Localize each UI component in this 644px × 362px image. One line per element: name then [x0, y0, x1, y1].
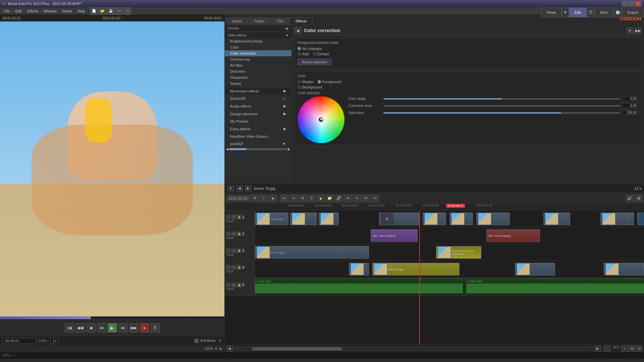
menu-file[interactable]: File — [1, 8, 13, 14]
menu-transport-btn[interactable]: ☰ — [151, 323, 160, 333]
mode-news-dropdown[interactable]: ▼ — [562, 7, 569, 17]
clip-4-4[interactable] — [604, 263, 644, 276]
tab-title[interactable]: Title — [271, 17, 289, 24]
tab-fades[interactable]: Fades — [249, 17, 270, 24]
track-content-3[interactable]: Scene 1.jpg Scene 19.jpg Color correctio… — [255, 244, 644, 260]
tl-text-btn[interactable]: T — [308, 195, 316, 202]
clip-4-3[interactable] — [515, 263, 555, 276]
zoom-in-btn[interactable]: + — [621, 346, 628, 352]
eff-art-filter[interactable]: Art filter — [225, 62, 291, 68]
mode-burn-icon[interactable]: 💿 — [614, 7, 622, 17]
nav-prev-scene-btn[interactable]: ◀ — [236, 185, 243, 191]
saturation-slider[interactable] — [383, 112, 620, 114]
clip-1-14[interactable] — [600, 213, 627, 225]
clip-3-cc[interactable]: Scene 19.jpg Color correction — [436, 246, 481, 259]
track-s-btn-2[interactable]: S — [226, 232, 231, 236]
tl-pen-btn[interactable]: ✏ — [362, 195, 370, 202]
zoom-out-btn[interactable]: - — [604, 346, 610, 352]
prev-btn[interactable]: ◀ — [86, 323, 96, 333]
nav-collapse-btn[interactable]: ▼ — [227, 185, 234, 191]
tl-undo-btn[interactable]: ↩ — [280, 195, 288, 202]
background-option[interactable]: Background — [298, 85, 322, 89]
tl-redo-btn[interactable]: ↪ — [289, 195, 298, 202]
track-lock-btn-4[interactable]: 🔒 — [237, 265, 241, 270]
track-m-btn-3[interactable]: M — [231, 248, 236, 253]
extract-radio[interactable] — [313, 52, 316, 56]
mode-edit-icon[interactable]: 🎬 — [587, 7, 595, 17]
cc-filter-btn[interactable]: ▼ — [627, 27, 633, 34]
video-effects-header[interactable]: Video effects ▼ — [225, 33, 291, 38]
foreground-option[interactable]: Foreground — [318, 80, 341, 84]
maximize-button[interactable]: □ — [629, 1, 635, 6]
clip-1-13[interactable]: ✕ — [637, 213, 644, 225]
track-lock-btn-2[interactable]: 🔒 — [237, 232, 241, 236]
clip-4-2[interactable]: Scene 15.jpg — [372, 263, 460, 276]
menu-share[interactable]: Share — [59, 8, 74, 14]
correction-level-slider[interactable] — [383, 105, 620, 107]
clip-4-1[interactable] — [349, 263, 369, 276]
track-lock-btn-3[interactable]: 🔒 — [237, 248, 241, 253]
newblue-item[interactable]: NewBlue Video Essem... — [225, 133, 291, 139]
reset-selection-btn[interactable]: Reset selection — [298, 59, 331, 65]
menu-effects[interactable]: Effects — [24, 8, 41, 14]
menu-window[interactable]: Window — [41, 8, 59, 14]
clip-1-10[interactable] — [543, 213, 570, 225]
eff-chroma-key[interactable]: Chroma key — [225, 56, 291, 62]
master-option[interactable]: Master — [298, 80, 314, 84]
correction-level-value[interactable] — [622, 103, 638, 108]
no-changes-option[interactable]: No changes — [298, 47, 322, 51]
movement-effects-header[interactable]: Movement effects ▶ — [225, 88, 291, 94]
go-start-btn[interactable]: |◀ — [65, 323, 74, 333]
tl-curve-btn[interactable]: 〜 — [371, 195, 379, 202]
track-content-4[interactable]: Scene 15.jpg — [255, 261, 644, 277]
tl-scissors-btn[interactable]: ✂ — [344, 195, 352, 202]
clip-1-7[interactable] — [449, 213, 473, 225]
clip-3-1[interactable]: Scene 1.jpg — [255, 246, 369, 259]
timecode-input[interactable] — [3, 338, 36, 344]
track-s-btn-4[interactable]: S — [226, 265, 231, 270]
step-back-btn[interactable]: ⏮ — [97, 323, 106, 333]
open-btn[interactable]: 📂 — [99, 7, 106, 15]
zoom-dropdown[interactable]: ▼ — [214, 347, 218, 351]
track-content-5[interactable]: Audio.mp3 Audio.mp3 — [255, 278, 644, 296]
eff-distortion[interactable]: Distortion — [225, 68, 291, 74]
tl-close-btn[interactable]: ✕ — [251, 195, 259, 202]
color-angle-slider[interactable] — [383, 98, 620, 100]
clip-2-1[interactable]: Title · Anti cropping — [371, 229, 418, 242]
tl-dropdown-btn[interactable]: ▼ — [269, 195, 277, 202]
presets-header[interactable]: Presets ▶ — [225, 25, 291, 31]
redo-btn[interactable]: ↪ — [124, 7, 131, 15]
tl-fullscreen-btn[interactable]: ⊞ — [635, 195, 643, 202]
clip-1-3[interactable] — [319, 213, 339, 225]
tl-cursor-btn[interactable]: ↖ — [353, 195, 361, 202]
progress-bar[interactable] — [0, 316, 224, 319]
cc-play-btn[interactable]: ▶▶ — [635, 27, 641, 34]
color-angle-value[interactable] — [622, 96, 638, 101]
add-option[interactable]: Add — [298, 52, 309, 56]
save-btn[interactable]: 💾 — [107, 7, 114, 15]
cc-back-btn[interactable]: ◀ — [294, 27, 301, 34]
design-elements-item[interactable]: Design elements ▶ — [225, 111, 291, 117]
tl-delete-btn[interactable]: ✕ — [299, 195, 307, 202]
track-m-btn-4[interactable]: M — [231, 265, 236, 270]
nav-next-scene-btn[interactable]: ▶ — [245, 185, 252, 191]
play-btn[interactable]: ▶ — [108, 323, 117, 333]
track-content-2[interactable]: Title · Anti cropping Title · Anti cropp… — [255, 227, 644, 244]
prev-frame-btn[interactable]: ◀◀ — [75, 323, 85, 333]
my-presets-item[interactable]: My Presets — [225, 118, 291, 124]
saturation-value[interactable] — [622, 110, 638, 115]
undo-btn[interactable]: ↩ — [115, 7, 123, 15]
record-btn[interactable]: ● — [140, 323, 149, 333]
master-radio[interactable] — [298, 80, 301, 83]
menu-edit[interactable]: Edit — [13, 8, 24, 14]
minimize-button[interactable]: ─ — [622, 1, 628, 6]
proDad-item[interactable]: proDAD ▼ — [225, 141, 291, 147]
scrollbar-thumb[interactable] — [252, 347, 342, 351]
clip-1-8[interactable] — [476, 213, 510, 225]
track-s-btn-1[interactable]: S — [226, 215, 231, 220]
eff-sharpness[interactable]: Sharpness — [225, 74, 291, 80]
tl-folder-btn[interactable]: 📁 — [326, 195, 334, 202]
audio-effects-item[interactable]: Audio effects ▶ — [225, 103, 291, 109]
clip-2-2[interactable]: Title · Anti cropping — [486, 229, 540, 242]
tl-options-btn[interactable]: ☰ — [636, 346, 643, 352]
